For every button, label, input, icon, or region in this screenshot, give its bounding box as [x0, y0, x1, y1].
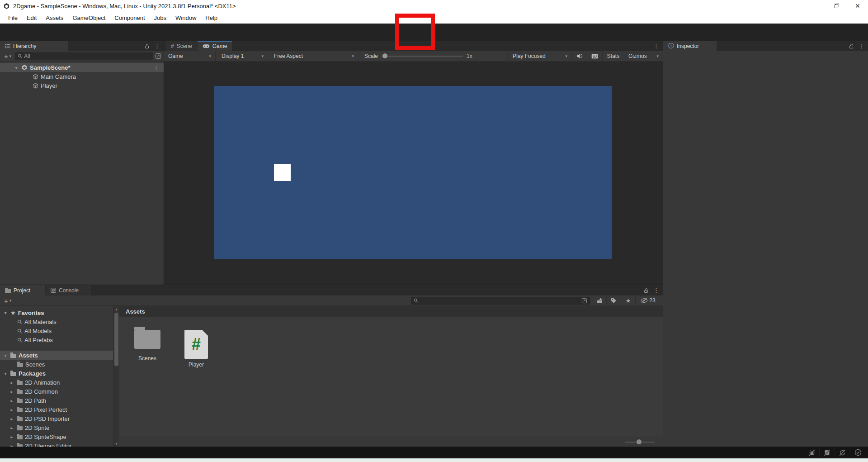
hash-icon: # [192, 336, 201, 352]
create-asset-button[interactable]: + ▾ [2, 297, 13, 305]
debugger-status-button[interactable] [804, 448, 819, 457]
tree-row-favorite-item[interactable]: All Models [0, 326, 113, 335]
tab-console[interactable]: Console [46, 285, 91, 295]
taskbar-edge [0, 458, 868, 462]
foldout-open-icon[interactable]: ▾ [3, 353, 8, 358]
create-object-button[interactable]: + ▾ [2, 52, 13, 60]
gizmos-dropdown[interactable]: Gizmos ▾ [624, 51, 663, 61]
thumbnail-size-slider[interactable] [625, 442, 655, 443]
tree-row-package[interactable]: ▸ 2D SpriteShape [0, 432, 113, 441]
foldout-closed-icon[interactable]: ▸ [9, 407, 14, 412]
picker-icon[interactable] [155, 53, 161, 59]
progress-status-button[interactable] [850, 448, 865, 457]
thumbnail-size-knob[interactable] [637, 439, 642, 444]
aspect-dropdown[interactable]: Free Aspect ▾ [270, 51, 359, 61]
tree-row-favorites[interactable]: ▾ ★ Favorites [0, 308, 113, 317]
inspector-body [663, 51, 868, 447]
lock-icon[interactable] [144, 43, 150, 49]
foldout-closed-icon[interactable]: ▸ [9, 389, 14, 394]
tab-game[interactable]: Game [198, 41, 232, 51]
tree-row-package[interactable]: ▸ 2D PSD Importer [0, 414, 113, 423]
tab-scene[interactable]: # Scene [166, 41, 197, 51]
restore-button[interactable] [826, 0, 847, 12]
display-dropdown[interactable]: Display 1 ▾ [217, 51, 268, 61]
play-focused-dropdown[interactable]: Play Focused ▾ [508, 51, 571, 61]
tree-row-favorite-item[interactable]: All Prefabs [0, 335, 113, 344]
tree-row-scenes[interactable]: Scenes [0, 360, 113, 369]
search-by-type-button[interactable] [592, 296, 606, 305]
menu-item[interactable]: Jobs [150, 14, 171, 21]
lock-icon[interactable] [643, 288, 649, 293]
project-search-input[interactable] [411, 297, 590, 305]
asset-item-player[interactable]: # Player [180, 330, 212, 368]
status-bar [0, 447, 868, 458]
stats-button[interactable]: Stats [602, 51, 624, 61]
vsync-grid-button[interactable] [587, 51, 602, 61]
panel-menu-icon[interactable]: ⋮ [859, 43, 864, 49]
panel-menu-icon[interactable]: ⋮ [653, 287, 659, 294]
menu-item[interactable]: GameObject [68, 14, 110, 21]
asset-item-scenes[interactable]: Scenes [131, 330, 164, 368]
menu-item[interactable]: Component [110, 14, 149, 21]
hierarchy-scene-row[interactable]: ▾ SampleScene* ⋮ [0, 63, 164, 72]
tree-row-label: All Prefabs [24, 337, 53, 343]
tab-inspector[interactable]: ⓘ Inspector [663, 41, 717, 51]
game-mode-dropdown[interactable]: Game ▾ [164, 51, 216, 61]
auto-refresh-status-button[interactable] [835, 448, 850, 457]
foldout-closed-icon[interactable]: ▸ [9, 416, 14, 421]
foldout-closed-icon[interactable]: ▸ [9, 443, 14, 447]
scale-slider-knob[interactable] [382, 53, 387, 58]
foldout-open-icon[interactable]: ▾ [3, 371, 8, 376]
hierarchy-item[interactable]: Player [0, 81, 164, 90]
panel-menu-icon[interactable]: ⋮ [154, 43, 160, 49]
menu-item[interactable]: Edit [22, 14, 41, 21]
lock-icon[interactable] [849, 43, 854, 49]
cache-server-status-button[interactable] [819, 448, 835, 457]
window-title: 2Dgame - SampleScene - Windows, Mac, Lin… [13, 3, 236, 10]
hierarchy-item-label: Main Camera [41, 73, 76, 80]
search-by-label-button[interactable] [606, 296, 621, 305]
tab-project[interactable]: Project [0, 285, 45, 295]
minimize-button[interactable]: – [806, 0, 826, 12]
tree-row-package[interactable]: ▸ 2D Sprite [0, 423, 113, 432]
scroll-up-icon[interactable]: ▲ [113, 308, 119, 311]
tree-row-package[interactable]: ▸ 2D Animation [0, 378, 113, 387]
hidden-packages-toggle[interactable]: 23 [635, 296, 660, 305]
menu-item[interactable]: Help [201, 14, 222, 21]
picker-icon[interactable] [581, 298, 587, 304]
tree-row-label: 2D Animation [25, 379, 60, 386]
favorites-filter-button[interactable]: ★ [621, 296, 635, 305]
tree-row-assets[interactable]: ▾ Assets [0, 351, 113, 360]
chevron-down-icon: ▾ [9, 54, 12, 58]
menu-item[interactable]: Window [171, 14, 201, 21]
tree-row-favorite-item[interactable]: All Materials [0, 317, 113, 326]
menu-item[interactable]: File [4, 14, 22, 21]
scroll-down-icon[interactable]: ▼ [113, 442, 119, 445]
foldout-closed-icon[interactable]: ▸ [9, 398, 14, 403]
refresh-disabled-icon [839, 449, 846, 456]
scrollbar-thumb[interactable] [114, 313, 118, 366]
close-button[interactable]: × [847, 0, 868, 12]
game-viewport[interactable] [214, 86, 612, 259]
panel-menu-icon[interactable]: ⋮ [653, 43, 659, 49]
menu-item[interactable]: Assets [41, 14, 68, 21]
hierarchy-item[interactable]: Main Camera [0, 72, 164, 81]
tree-row-packages[interactable]: ▾ Packages [0, 369, 113, 378]
foldout-open-icon[interactable]: ▾ [3, 310, 8, 315]
tree-row-package[interactable]: ▸ 2D Tilemap Editor [0, 441, 113, 447]
foldout-closed-icon[interactable]: ▸ [9, 425, 14, 430]
foldout-open-icon[interactable]: ▾ [14, 65, 19, 70]
shapes-icon [596, 298, 603, 304]
scene-menu-icon[interactable]: ⋮ [153, 64, 159, 71]
foldout-closed-icon[interactable]: ▸ [9, 380, 14, 385]
tree-row-package[interactable]: ▸ 2D Common [0, 387, 113, 396]
foldout-closed-icon[interactable]: ▸ [9, 434, 14, 439]
mute-audio-button[interactable] [571, 51, 587, 61]
folder-open-icon [10, 372, 16, 376]
scale-slider[interactable] [382, 56, 463, 57]
tree-row-package[interactable]: ▸ 2D Pixel Perfect [0, 405, 113, 414]
project-tree-scrollbar[interactable]: ▲ ▼ [113, 306, 119, 447]
tab-hierarchy[interactable]: Hierarchy [0, 41, 68, 51]
hierarchy-search-input[interactable]: All [15, 52, 153, 60]
tree-row-package[interactable]: ▸ 2D Path [0, 396, 113, 405]
